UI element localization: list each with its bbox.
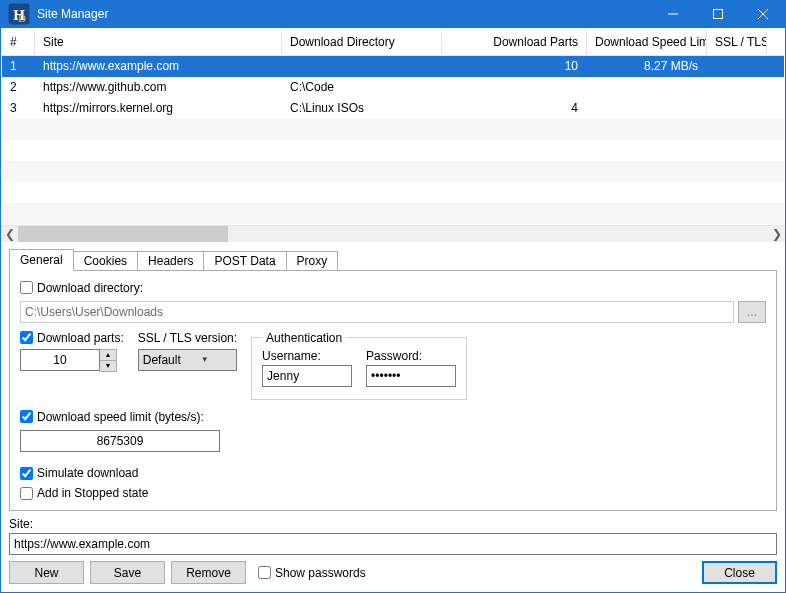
ssl-version-value: Default [143,353,181,367]
spinner-buttons: ▲ ▼ [100,349,117,372]
table-row[interactable]: 2 https://www.github.com C:\Code [2,77,784,98]
tab-cookies[interactable]: Cookies [73,251,138,270]
save-button[interactable]: Save [90,561,165,584]
simulate-label: Simulate download [37,466,138,480]
tab-post-data[interactable]: POST Data [203,251,286,270]
maximize-button[interactable] [695,1,740,28]
download-dir-input-row: ... [20,301,766,323]
speed-limit-label: Download speed limit (bytes/s): [37,410,204,424]
download-parts-spinner: ▲ ▼ [20,349,124,372]
tab-general[interactable]: General [9,249,74,271]
tabs-wrap: General Cookies Headers POST Data Proxy … [9,248,777,512]
scroll-right-icon[interactable]: ❯ [768,225,785,242]
close-button[interactable]: Close [702,561,777,584]
new-button[interactable]: New [9,561,84,584]
cell-speed [587,85,707,89]
cell-parts: 10 [442,57,587,75]
sites-table: # Site Download Directory Download Parts… [1,28,785,242]
col-header-speed[interactable]: Download Speed Limit [587,29,707,55]
cell-speed [587,106,707,110]
tabstrip: General Cookies Headers POST Data Proxy [9,248,777,270]
horizontal-scrollbar[interactable]: ❮ ❯ [1,225,785,242]
cell-dir [282,64,442,68]
col-header-site[interactable]: Site [35,29,282,55]
username-input[interactable] [262,365,352,387]
password-label: Password: [366,349,456,363]
download-parts-check[interactable] [20,331,33,344]
browse-button[interactable]: ... [738,301,766,323]
col-header-num[interactable]: # [2,29,35,55]
download-parts-checkbox[interactable]: Download parts: [20,331,124,345]
grid: # Site Download Directory Download Parts… [1,28,785,225]
download-dir-label: Download directory: [37,281,143,295]
cell-ssl [707,106,767,110]
show-passwords-label: Show passwords [275,566,366,580]
scroll-left-icon[interactable]: ❮ [1,225,18,242]
cell-ssl [707,85,767,89]
tab-headers[interactable]: Headers [137,251,204,270]
ssl-label: SSL / TLS version: [138,331,237,345]
col-header-dir[interactable]: Download Directory [282,29,442,55]
cell-ssl [707,64,767,68]
simulate-check[interactable] [20,467,33,480]
cell-dir: C:\Linux ISOs [282,99,442,117]
table-row-empty [2,140,784,161]
cell-dir: C:\Code [282,78,442,96]
button-bar: New Save Remove Show passwords Close [9,561,777,584]
window-title: Site Manager [37,7,650,21]
site-manager-window: HD Site Manager # Site Download Director… [0,0,786,593]
grid-header: # Site Download Directory Download Parts… [2,29,784,56]
download-dir-input [20,301,734,323]
tab-page-general: Download directory: ... Download parts: [9,270,777,512]
scroll-track[interactable] [18,226,768,242]
titlebar[interactable]: HD Site Manager [1,1,785,28]
site-input[interactable] [9,533,777,555]
grid-body: 1 https://www.example.com 10 8.27 MB/s 2… [2,56,784,224]
table-row[interactable]: 3 https://mirrors.kernel.org C:\Linux IS… [2,98,784,119]
simulate-checkbox[interactable]: Simulate download [20,466,766,480]
tab-proxy[interactable]: Proxy [286,251,339,270]
stopped-label: Add in Stopped state [37,486,148,500]
cell-parts: 4 [442,99,587,117]
auth-legend: Authentication [262,331,346,345]
download-dir-check[interactable] [20,281,33,294]
speed-limit-input[interactable] [20,430,220,452]
ssl-version-select[interactable]: Default ▼ [138,349,237,371]
col-header-ssl[interactable]: SSL / TLS Ve [707,29,767,55]
table-row-empty [2,182,784,203]
authentication-group: Authentication Username: Password: [251,331,467,400]
svg-rect-4 [713,10,722,19]
cell-speed: 8.27 MB/s [587,57,707,75]
cell-parts [442,85,587,89]
table-row-empty [2,161,784,182]
password-input[interactable] [366,365,456,387]
minimize-button[interactable] [650,1,695,28]
col-header-parts[interactable]: Download Parts [442,29,587,55]
table-row-empty [2,203,784,224]
speed-limit-checkbox[interactable]: Download speed limit (bytes/s): [20,410,204,424]
speed-limit-check[interactable] [20,410,33,423]
download-dir-checkbox[interactable]: Download directory: [20,281,143,295]
window-buttons [650,1,785,28]
username-label: Username: [262,349,352,363]
spin-up-icon[interactable]: ▲ [100,350,116,360]
site-area: Site: [9,517,777,555]
chevron-down-icon: ▼ [201,355,209,364]
cell-num: 2 [2,78,35,96]
scroll-thumb[interactable] [18,226,228,242]
cell-num: 3 [2,99,35,117]
svg-text:D: D [18,13,26,24]
stopped-checkbox[interactable]: Add in Stopped state [20,486,766,500]
close-window-button[interactable] [740,1,785,28]
spin-down-icon[interactable]: ▼ [100,360,116,371]
cell-site: https://mirrors.kernel.org [35,99,282,117]
remove-button[interactable]: Remove [171,561,246,584]
table-row[interactable]: 1 https://www.example.com 10 8.27 MB/s [2,56,784,77]
show-passwords-check[interactable] [258,566,271,579]
show-passwords-checkbox[interactable]: Show passwords [258,566,366,580]
cell-site: https://www.github.com [35,78,282,96]
cell-site: https://www.example.com [35,57,282,75]
cell-num: 1 [2,57,35,75]
download-parts-input[interactable] [20,349,100,371]
stopped-check[interactable] [20,487,33,500]
